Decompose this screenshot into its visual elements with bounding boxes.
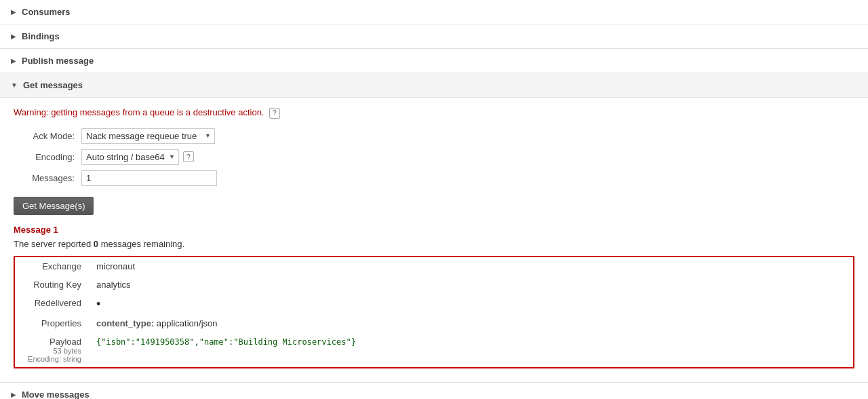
- ack-mode-label: Ack Mode:: [14, 131, 75, 141]
- messages-row: Messages:: [14, 170, 854, 186]
- get-messages-button[interactable]: Get Message(s): [14, 197, 94, 215]
- messages-label: Messages:: [14, 173, 75, 183]
- redelivered-label: Redelivered: [15, 294, 90, 314]
- routing-key-label: Routing Key: [15, 276, 90, 294]
- redelivered-row: Redelivered •: [15, 294, 853, 314]
- get-messages-arrow-icon: ▼: [11, 81, 18, 89]
- encoding-help-icon[interactable]: ?: [183, 151, 194, 162]
- ack-mode-select[interactable]: Nack message requeue true Nack message r…: [81, 128, 215, 144]
- warning-text: Warning: getting messages from a queue i…: [14, 107, 854, 119]
- encoding-label: Encoding:: [14, 152, 75, 162]
- content-type-label: content_type:: [96, 318, 154, 328]
- routing-key-row: Routing Key analytics: [15, 276, 853, 294]
- message-result-header: Message 1: [14, 225, 854, 235]
- redelivered-value: •: [90, 294, 853, 314]
- properties-row: Properties content_type: application/jso…: [15, 314, 853, 332]
- properties-label: Properties: [15, 314, 90, 332]
- exchange-row: Exchange micronaut: [15, 257, 853, 276]
- payload-value: {"isbn":"1491950358","name":"Building Mi…: [90, 332, 853, 367]
- publish-arrow-icon: ▶: [11, 57, 16, 64]
- bindings-arrow-icon: ▶: [11, 33, 16, 40]
- message-details-table: Exchange micronaut Routing Key analytics…: [15, 257, 853, 367]
- exchange-label: Exchange: [15, 257, 90, 276]
- bindings-section-title: Bindings: [22, 31, 60, 41]
- move-messages-section-header[interactable]: ▶ Move messages: [0, 383, 868, 399]
- remaining-text: The server reported 0 messages remaining…: [14, 239, 854, 249]
- encoding-row: Encoding: Auto string / base64 base64 ?: [14, 149, 854, 165]
- consumers-section-title: Consumers: [22, 7, 71, 17]
- publish-message-section-title: Publish message: [22, 56, 94, 66]
- bindings-section-header[interactable]: ▶ Bindings: [0, 24, 868, 49]
- ack-mode-select-wrapper: Nack message requeue true Nack message r…: [81, 128, 215, 144]
- get-messages-section-content: Warning: getting messages from a queue i…: [0, 98, 868, 383]
- message-details-box: Exchange micronaut Routing Key analytics…: [14, 256, 854, 368]
- warning-help-icon[interactable]: ?: [269, 108, 280, 119]
- ack-mode-row: Ack Mode: Nack message requeue true Nack…: [14, 128, 854, 144]
- properties-value: content_type: application/json: [90, 314, 853, 332]
- payload-label: Payload 53 bytes Encoding: string: [15, 332, 90, 367]
- payload-size: 53 bytes: [22, 347, 81, 355]
- get-messages-section-header[interactable]: ▼ Get messages: [0, 73, 868, 98]
- payload-encoding: Encoding: string: [22, 355, 81, 363]
- routing-key-value: analytics: [90, 276, 853, 294]
- move-messages-arrow-icon: ▶: [11, 391, 16, 398]
- move-messages-section-title: Move messages: [22, 390, 90, 399]
- exchange-value: micronaut: [90, 257, 853, 276]
- encoding-select-wrapper: Auto string / base64 base64: [81, 149, 179, 165]
- get-messages-section-title: Get messages: [23, 80, 83, 90]
- consumers-arrow-icon: ▶: [11, 8, 16, 16]
- messages-input[interactable]: [81, 170, 217, 186]
- encoding-select[interactable]: Auto string / base64 base64: [81, 149, 179, 165]
- payload-row: Payload 53 bytes Encoding: string {"isbn…: [15, 332, 853, 367]
- publish-message-section-header[interactable]: ▶ Publish message: [0, 49, 868, 73]
- content-type-value: application/json: [157, 318, 218, 328]
- consumers-section-header[interactable]: ▶ Consumers: [0, 0, 868, 24]
